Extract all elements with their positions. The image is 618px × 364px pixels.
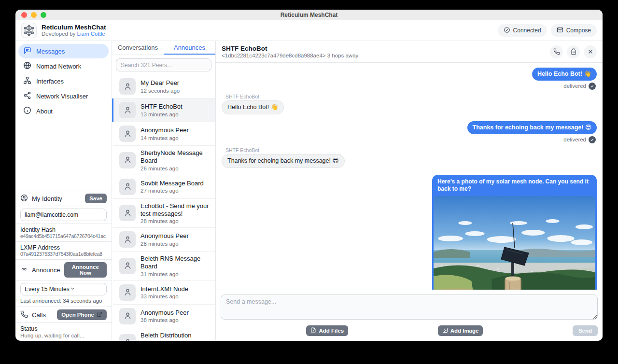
peer-avatar-icon [119,284,136,301]
titlebar: Reticulum MeshChat [15,10,603,20]
peer-list: My Dear Peer 12 seconds ago SHTF EchoBot… [112,75,215,341]
display-name-input[interactable] [20,209,107,221]
window-title: Reticulum MeshChat [15,12,603,18]
peer-announce-time: 12 seconds ago [140,88,180,94]
chat-peer-address: <1dbc2281c4223c7a479de8cd8a988ae4> 3 hop… [222,53,358,58]
announce-interval-select[interactable]: Every 15 Minutes [20,283,107,295]
calls-row: Calls Open Phone [15,307,112,323]
peer-announce-time: 28 minutes ago [140,241,189,247]
peer-list-item[interactable]: SHTF EchoBot 13 minutes ago [112,98,215,122]
peer-name: Beleth Distribution Group [140,332,211,341]
peer-avatar-icon [119,231,136,248]
peer-list-item[interactable]: InternLXMFNode 33 minutes ago [112,281,215,305]
peer-announce-time: 31 minutes ago [140,271,211,277]
calls-label: Calls [32,311,46,319]
network-graph-icon [23,91,31,101]
peer-avatar-icon [119,334,136,341]
peer-list-item[interactable]: Anonymous Peer 38 minutes ago [112,305,215,328]
developer-link[interactable]: Liam Cottle [77,31,105,37]
connected-status-badge[interactable]: Connected [498,24,547,37]
incoming-message: Thanks for echoing back my message! 😎 [222,154,345,168]
sidebar-item-nomad-network[interactable]: Nomad Network [18,59,109,73]
outgoing-photo-message[interactable]: Here's a photo of my solar mesh node. Ca… [432,175,597,290]
add-image-button[interactable]: Add Image [438,325,483,336]
tab-conversations[interactable]: Conversations [112,41,164,55]
status-value: Hung up, waiting for call... [20,333,107,338]
identity-hash-value: e49ac4d5b451715a647a6726704c41ac [20,234,107,239]
sidebar-item-interfaces[interactable]: Interfaces [18,74,109,88]
delivered-check-icon [589,136,596,143]
close-conversation-button[interactable] [584,45,597,58]
outgoing-message: Thanks for echoing back my message! 😎 [467,121,597,134]
display-name-row [15,206,112,224]
peer-avatar-icon [119,308,136,324]
trash-icon [570,48,577,55]
user-circle-icon [20,194,28,203]
app-logo-icon [21,23,37,38]
app-window: Reticulum MeshChat Reticulum MeshChat De… [15,10,603,341]
peer-list-item[interactable]: Anonymous Peer 28 minutes ago [112,228,215,252]
compose-button[interactable]: Compose [551,24,597,37]
peer-name: Sovbit Message Board [140,180,204,187]
image-icon [442,327,448,334]
envelope-icon [557,27,563,35]
last-announced-text: Last announced: 34 seconds ago [20,295,107,304]
announce-row: Announce Announce Now [15,260,112,280]
peer-name: EchoBot - Send me your test messages! [140,202,211,218]
announce-now-button[interactable]: Announce Now [64,262,107,278]
peer-list-item[interactable]: Sovbit Message Board 27 minutes ago [112,175,215,199]
peer-list-item[interactable]: SherbyNode Message Board 26 minutes ago [112,146,215,175]
send-button[interactable]: Send [573,325,598,336]
message-input[interactable] [221,294,598,320]
peer-list-item[interactable]: Beleth Distribution Group 1 hours ago [112,328,215,341]
sidebar: Messages Nomad Network Interfaces Networ… [15,41,112,341]
sidebar-item-about[interactable]: About [18,104,109,118]
peer-name: SherbyNode Message Board [140,149,211,165]
peer-list-item[interactable]: My Dear Peer 12 seconds ago [112,75,215,98]
sender-name: SHTF EchoBot [225,147,597,153]
file-icon [310,327,316,334]
delete-conversation-button[interactable] [567,45,580,58]
save-button[interactable]: Save [85,194,107,203]
announce-interval-row: Every 15 Minutes Last announced: 34 seco… [15,280,112,307]
chat-peer-name: SHTF EchoBot [222,45,358,53]
peer-avatar-icon [119,102,136,118]
lxmf-address-row: LXMF Address 07a4912375337d7543f0aa1e8bf… [15,242,112,260]
peer-search-input[interactable] [116,58,211,71]
external-link-icon [97,311,102,318]
screen: Reticulum MeshChat Reticulum MeshChat De… [0,0,618,364]
peer-name: Anonymous Peer [140,232,189,240]
announce-label: Announce [32,266,60,274]
delivery-status: delivered [222,83,596,90]
lxmf-address-label: LXMF Address [20,244,107,251]
sidebar-item-messages[interactable]: Messages [18,44,109,58]
peer-announce-time: 13 minutes ago [140,112,183,117]
peer-list-item[interactable]: Anonymous Peer 14 minutes ago [112,122,215,146]
app-header: Reticulum MeshChat Developed by Liam Cot… [15,20,603,41]
peer-avatar-icon [119,152,136,168]
peer-name: SHTF EchoBot [140,103,183,111]
outgoing-message: Hello Echo Bot! 👋 [532,68,597,81]
peer-list-item[interactable]: EchoBot - Send me your test messages! 28… [112,199,215,228]
identity-panel: My Identity Save Identity Hash e49ac4d5b… [15,191,112,341]
peer-announce-time: 26 minutes ago [140,166,211,171]
peer-announce-time: 28 minutes ago [140,218,211,224]
close-icon [587,48,594,55]
wifi-icon [20,266,28,275]
lxmf-address-value: 07a4912375337d7543f0aa1e8bfefea8 [20,252,107,257]
peer-list-item[interactable]: Beleth RNS Message Board 31 minutes ago [112,252,215,281]
chat-header: SHTF EchoBot <1dbc2281c4223c7a479de8cd8a… [216,41,603,63]
delivered-check-icon [589,83,596,90]
solar-node-photo [434,196,595,290]
my-identity-row: My Identity Save [15,191,112,206]
open-phone-button[interactable]: Open Phone [57,309,107,320]
globe-icon [23,61,31,71]
peer-name: Anonymous Peer [140,309,189,317]
identity-hash-row: Identity Hash e49ac4d5b451715a647a672670… [15,224,112,242]
peer-avatar-icon [119,205,136,221]
developed-by: Developed by Liam Cottle [42,31,106,37]
call-peer-button[interactable] [550,45,563,58]
add-files-button[interactable]: Add Files [306,325,348,336]
sidebar-item-network-visualiser[interactable]: Network Visualiser [18,89,109,103]
tab-announces[interactable]: Announces [164,41,215,55]
